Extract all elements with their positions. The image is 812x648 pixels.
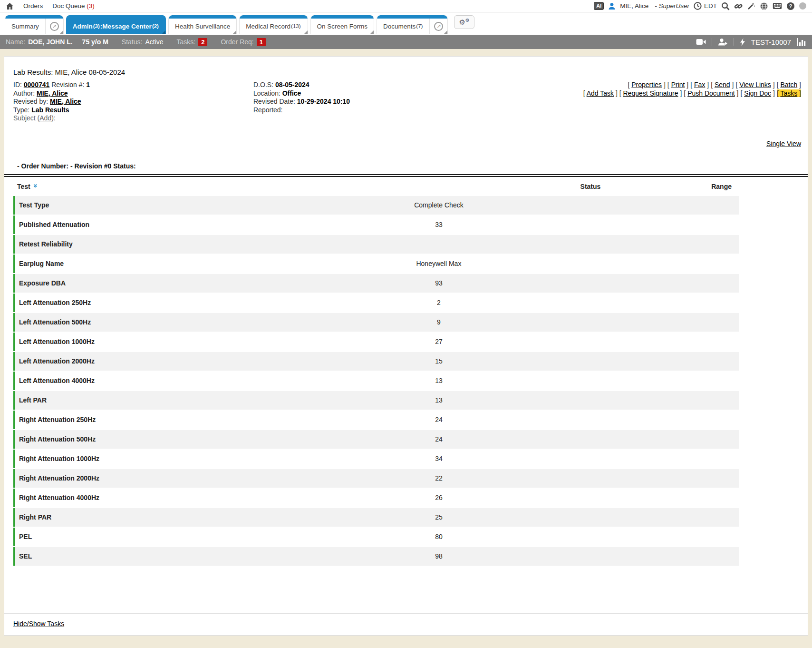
- status-label: Status:: [122, 38, 143, 46]
- document-card: Lab Results: MIE, Alice 08-05-2024 ID: 0…: [4, 56, 808, 636]
- test-value: 13: [316, 377, 562, 384]
- test-value: 2: [316, 299, 562, 306]
- type-label: Type:: [13, 106, 29, 114]
- test-value: 25: [316, 513, 562, 521]
- print-link[interactable]: Print: [671, 81, 685, 88]
- hide-show-tasks-link[interactable]: Hide/Show Tasks: [13, 620, 64, 628]
- nav-doc-queue[interactable]: Doc Queue (3): [52, 2, 95, 10]
- tab-documents-7[interactable]: Documents (7)↗: [377, 15, 448, 34]
- test-name: Left PAR: [15, 396, 316, 404]
- test-name: Left Attenuation 250Hz: [15, 299, 316, 306]
- document-title: Lab Results: MIE, Alice 08-05-2024: [4, 57, 808, 76]
- dos-value: 08-05-2024: [275, 81, 309, 88]
- table-row: Left Attenuation 250Hz 2: [13, 294, 739, 312]
- properties-link[interactable]: Properties: [631, 81, 662, 88]
- patient-name: DOE, JOHN L.: [28, 38, 72, 46]
- tasks-count-badge[interactable]: 2: [198, 38, 207, 46]
- tab-health-surveillance[interactable]: Health Surveillance: [168, 15, 237, 34]
- wand-icon[interactable]: [747, 2, 755, 10]
- batch-link[interactable]: Batch: [780, 81, 797, 88]
- table-row: Right Attenuation 500Hz 24: [13, 430, 739, 449]
- video-camera-icon[interactable]: [696, 39, 706, 45]
- request-signature-link[interactable]: Request Signature: [623, 89, 678, 97]
- type-value: Lab Results: [31, 106, 69, 114]
- dos-label: D.O.S:: [253, 81, 273, 88]
- globe-icon[interactable]: [760, 2, 768, 10]
- subject-add-link[interactable]: Add: [39, 114, 51, 122]
- user-icon[interactable]: [608, 2, 616, 10]
- subject-label: Subject (: [13, 114, 39, 122]
- ai-badge[interactable]: AI: [594, 2, 604, 10]
- chart-tabs-bar: Summary↗Admin (3):Message Center (2)Heal…: [0, 12, 812, 35]
- test-value: 9: [316, 318, 562, 326]
- help-icon[interactable]: ?: [786, 2, 795, 10]
- results-table-header: Test « Status Range: [13, 177, 739, 196]
- bar-chart-icon[interactable]: [797, 38, 806, 46]
- doc-id-link[interactable]: 0000741: [24, 81, 50, 88]
- revised-by-link[interactable]: MIE, Alice: [50, 98, 81, 105]
- tasks-label: Tasks:: [177, 38, 196, 46]
- doc-queue-count: (3): [87, 2, 95, 10]
- author-label: Author:: [13, 89, 35, 97]
- table-row: Right Attenuation 4000Hz 26: [13, 489, 739, 507]
- test-value: 24: [316, 416, 562, 423]
- revision-label: Revision #:: [51, 81, 84, 88]
- document-header: ID: 0000741 Revision #: 1 Author: MIE, A…: [4, 76, 808, 123]
- test-value: 33: [316, 221, 562, 228]
- table-row: Retest Reliability: [13, 235, 739, 254]
- view-links-link[interactable]: View Links: [739, 81, 771, 88]
- test-value: 24: [316, 435, 562, 443]
- test-value: 98: [316, 552, 562, 560]
- test-name: Right Attenuation 250Hz: [15, 416, 316, 423]
- test-name: Retest Reliability: [15, 240, 316, 248]
- send-link[interactable]: Send: [715, 81, 730, 88]
- patient-info-bar: Name: DOE, JOHN L. 75 y/o M Status: Acti…: [0, 35, 812, 49]
- test-value: 34: [316, 455, 562, 462]
- table-row: Left Attenuation 500Hz 9: [13, 313, 739, 332]
- tab-admin-3-message-center-2[interactable]: Admin (3):Message Center (2): [66, 15, 166, 34]
- clock-icon[interactable]: [694, 2, 702, 10]
- add-person-icon[interactable]: [718, 38, 728, 46]
- single-view-link[interactable]: Single View: [766, 140, 801, 147]
- tasks-link[interactable]: Tasks: [780, 89, 797, 97]
- tab-summary[interactable]: Summary↗: [5, 15, 64, 34]
- doc-id-label: ID:: [13, 81, 22, 88]
- test-name: Published Attenuation: [15, 221, 316, 228]
- fax-link[interactable]: Fax: [694, 81, 705, 88]
- link-icon[interactable]: [734, 2, 743, 10]
- home-icon[interactable]: [6, 2, 14, 10]
- popout-arrow-icon[interactable]: ↗: [429, 15, 447, 34]
- lightning-icon[interactable]: [740, 38, 745, 46]
- search-icon[interactable]: [721, 2, 730, 10]
- test-value: 13: [316, 396, 562, 404]
- document-actions-row1: [ Properties ][ Print ][ Fax ][ Send ][ …: [520, 81, 801, 89]
- user-role: - SuperUser: [655, 2, 689, 10]
- push-document-link[interactable]: Push Document: [687, 89, 735, 97]
- popout-arrow-icon[interactable]: ↗: [45, 15, 63, 34]
- test-name: Right Attenuation 1000Hz: [15, 455, 316, 462]
- tab-medical-record-13[interactable]: Medical Record (13): [239, 15, 308, 34]
- test-name: Left Attenuation 500Hz: [15, 318, 316, 326]
- keyboard-icon[interactable]: [773, 2, 782, 10]
- add-task-link[interactable]: Add Task: [587, 89, 614, 97]
- nav-orders[interactable]: Orders: [23, 2, 43, 10]
- tab-settings-gears-icon[interactable]: ⚙⚙: [454, 15, 474, 29]
- test-value: 22: [316, 474, 562, 482]
- table-row: Right Attenuation 1000Hz 34: [13, 450, 739, 468]
- sign-doc-link[interactable]: Sign Doc: [744, 89, 771, 97]
- top-navigation-bar: Orders Doc Queue (3) AI MIE, Alice - Sup…: [0, 0, 812, 12]
- sort-chevrons-icon[interactable]: «: [30, 185, 38, 187]
- timezone-label: EDT: [704, 2, 717, 10]
- test-value: 15: [316, 357, 562, 365]
- tab-on-screen-forms[interactable]: On Screen Forms: [310, 15, 375, 34]
- test-value: Honeywell Max: [316, 260, 562, 267]
- author-link[interactable]: MIE, Alice: [37, 89, 68, 97]
- order-req-count-badge[interactable]: 1: [257, 38, 266, 46]
- table-row: Exposure DBA 93: [13, 274, 739, 293]
- test-name: Right PAR: [15, 513, 316, 521]
- test-value: 80: [316, 533, 562, 540]
- column-test[interactable]: Test: [17, 183, 30, 190]
- test-value: 26: [316, 494, 562, 501]
- location-label: Location:: [253, 89, 280, 97]
- table-row: Right Attenuation 250Hz 24: [13, 411, 739, 429]
